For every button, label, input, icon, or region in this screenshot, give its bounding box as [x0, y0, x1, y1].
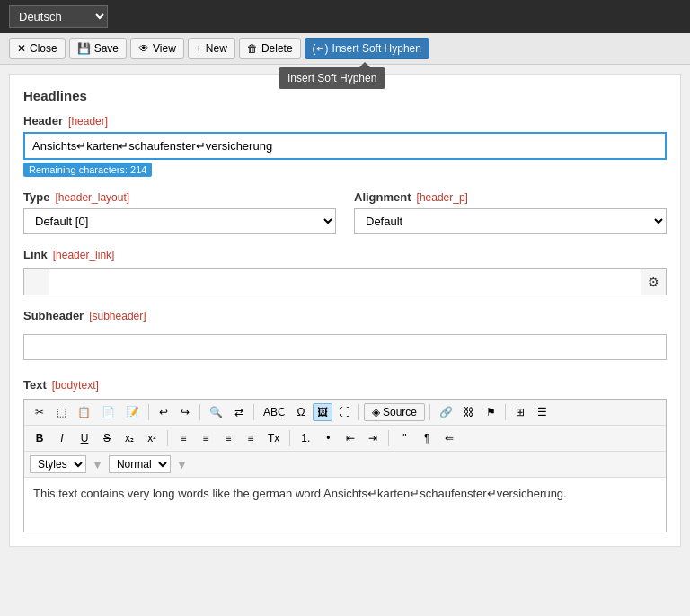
link-button[interactable]: 🔗 — [435, 403, 457, 421]
clear-format-icon: Tx — [268, 432, 279, 444]
type-select[interactable]: Default [0] — [23, 208, 336, 234]
alignment-col: Alignment [header_p] Default — [354, 190, 667, 234]
anchor-icon: ⚑ — [486, 406, 496, 418]
toolbar: ✕ Close 💾 Save 👁 View + New 🗑 Delete (↵)… — [0, 33, 690, 65]
subheader-input[interactable] — [23, 334, 667, 360]
header-key: [header] — [68, 115, 108, 128]
link-browse-button[interactable]: ⚙ — [641, 269, 666, 295]
separator-7 — [167, 430, 168, 446]
link-section: Link [header_link] ⚙ — [23, 248, 667, 295]
close-button[interactable]: ✕ Close — [9, 38, 66, 59]
spellcheck-button[interactable]: ABC̲ — [259, 403, 289, 421]
browse-icon: ⚙ — [648, 275, 659, 289]
separator-5 — [429, 404, 430, 420]
outdent-button[interactable]: ⇤ — [341, 429, 360, 447]
styles-select[interactable]: Styles — [30, 455, 86, 473]
text-label: Text [bodytext] — [23, 378, 667, 392]
type-alignment-row: Type [header_layout] Default [0] Alignme… — [23, 190, 667, 234]
type-col: Type [header_layout] Default [0] — [23, 190, 336, 234]
format-select[interactable]: Normal — [109, 455, 171, 473]
source-button[interactable]: ◈ Source — [364, 403, 425, 421]
div-button[interactable]: ¶ — [417, 429, 437, 447]
view-button[interactable]: 👁 View — [130, 38, 184, 59]
indent-icon: ⇥ — [368, 432, 377, 444]
clear-format-button[interactable]: Tx — [263, 429, 284, 447]
text-section: Text [bodytext] ✂ ⬚ 📋 📄 📝 ↩ ↪ 🔍 ⇄ ABC̲ Ω… — [23, 378, 667, 532]
list-button[interactable]: ☰ — [532, 403, 552, 421]
image-button[interactable]: 🖼 — [313, 403, 332, 421]
unordered-list-button[interactable]: • — [318, 429, 338, 447]
separator-3 — [253, 404, 254, 420]
link-field-wrapper: ⚙ — [23, 268, 667, 295]
bold-button[interactable]: B — [30, 429, 49, 447]
new-button[interactable]: + New — [188, 38, 235, 59]
editor-content[interactable]: This text contains very long words like … — [24, 478, 666, 532]
header-input[interactable] — [23, 132, 667, 160]
subscript-button[interactable]: x₂ — [119, 429, 139, 447]
undo-button[interactable]: ↩ — [154, 403, 173, 421]
rtl-button[interactable]: ⇐ — [439, 429, 459, 447]
insert-soft-hyphen-button[interactable]: (↵) Insert Soft Hyphen — [305, 38, 429, 59]
header-label: Header [header] — [23, 114, 667, 128]
link-key: [header_link] — [53, 249, 115, 261]
language-select[interactable]: Deutsch — [9, 5, 108, 28]
save-button[interactable]: 💾 Save — [69, 38, 127, 59]
link-input[interactable] — [49, 271, 641, 294]
find-replace-icon: ⇄ — [234, 406, 243, 418]
separator-1 — [148, 404, 149, 420]
source-icon: ◈ — [372, 406, 380, 418]
table-button[interactable]: ⊞ — [510, 403, 530, 421]
align-center-button[interactable]: ≡ — [196, 429, 216, 447]
align-justify-button[interactable]: ≡ — [241, 429, 261, 447]
superscript-button[interactable]: x² — [142, 429, 162, 447]
editor-toolbar-2: B I U S x₂ x² ≡ ≡ ≡ ≡ Tx 1. • ⇤ ⇥ " ¶ — [24, 426, 666, 452]
alignment-select[interactable]: Default — [354, 208, 667, 234]
delete-icon: 🗑 — [247, 42, 258, 55]
new-icon: + — [196, 42, 202, 55]
unlink-button[interactable]: ⛓ — [459, 403, 479, 421]
anchor-button[interactable]: ⚑ — [481, 403, 500, 421]
delete-button[interactable]: 🗑 Delete — [239, 38, 301, 59]
subheader-key: [subheader] — [89, 310, 146, 322]
format-separator: ▼ — [176, 458, 188, 471]
cut-button[interactable]: ✂ — [30, 403, 49, 421]
paste-text-button[interactable]: 📄 — [97, 403, 119, 421]
underline-button[interactable]: U — [75, 429, 94, 447]
undo-icon: ↩ — [159, 406, 168, 418]
top-bar: Deutsch — [0, 0, 690, 33]
unordered-list-icon: • — [326, 432, 330, 444]
find-button[interactable]: 🔍 — [205, 403, 227, 421]
paste-text-icon: 📄 — [102, 406, 115, 418]
separator-8 — [289, 430, 290, 446]
align-right-button[interactable]: ≡ — [218, 429, 238, 447]
styles-separator: ▼ — [92, 458, 103, 471]
editor-toolbar-3: Styles ▼ Normal ▼ — [24, 452, 666, 478]
paste-word-button[interactable]: 📝 — [121, 403, 144, 421]
subheader-section: Subheader [subheader] — [23, 309, 667, 360]
fullscreen-icon: ⛶ — [339, 406, 349, 418]
separator-2 — [199, 404, 200, 420]
separator-4 — [358, 404, 359, 420]
align-left-button[interactable]: ≡ — [173, 429, 193, 447]
indent-button[interactable]: ⇥ — [363, 429, 383, 447]
italic-button[interactable]: I — [52, 429, 72, 447]
redo-icon: ↪ — [181, 406, 190, 418]
link-label: Link [header_link] — [23, 248, 667, 261]
separator-6 — [505, 404, 506, 420]
separator-9 — [388, 430, 389, 446]
special-chars-button[interactable]: Ω — [291, 403, 311, 421]
copy-button[interactable]: ⬚ — [51, 403, 71, 421]
outdent-icon: ⇤ — [346, 432, 355, 444]
strikethrough-button[interactable]: S — [97, 429, 117, 447]
text-key: [bodytext] — [52, 379, 99, 392]
ordered-list-button[interactable]: 1. — [296, 429, 315, 447]
editor-wrapper: ✂ ⬚ 📋 📄 📝 ↩ ↪ 🔍 ⇄ ABC̲ Ω 🖼 ⛶ ◈ Sou — [23, 399, 667, 532]
paste-button[interactable]: 📋 — [73, 403, 95, 421]
fullscreen-button[interactable]: ⛶ — [334, 403, 354, 421]
redo-button[interactable]: ↪ — [175, 403, 195, 421]
blockquote-button[interactable]: " — [394, 429, 414, 447]
find-replace-button[interactable]: ⇄ — [229, 403, 249, 421]
spellcheck-icon: ABC̲ — [263, 406, 285, 418]
image-icon: 🖼 — [317, 406, 328, 418]
paste-word-icon: 📝 — [126, 406, 139, 418]
